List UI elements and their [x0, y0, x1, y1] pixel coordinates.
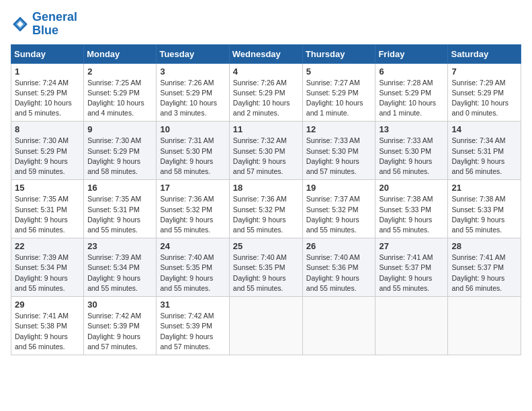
day-info: Sunrise: 7:41 AM Sunset: 5:37 PM Dayligh… [451, 253, 517, 293]
day-info: Sunrise: 7:35 AM Sunset: 5:31 PM Dayligh… [15, 194, 80, 235]
day-number: 20 [379, 183, 444, 193]
day-info: Sunrise: 7:40 AM Sunset: 5:35 PM Dayligh… [233, 253, 299, 293]
weekday-header-friday: Friday [375, 44, 448, 63]
day-info: Sunrise: 7:28 AM Sunset: 5:29 PM Dayligh… [379, 78, 444, 119]
calendar-header-row: SundayMondayTuesdayWednesdayThursdayFrid… [11, 44, 521, 63]
day-info: Sunrise: 7:35 AM Sunset: 5:31 PM Dayligh… [87, 194, 152, 235]
calendar-cell: 21 Sunrise: 7:38 AM Sunset: 5:33 PM Dayl… [448, 180, 521, 238]
calendar-cell: 23 Sunrise: 7:39 AM Sunset: 5:34 PM Dayl… [84, 238, 157, 297]
day-number: 21 [451, 183, 517, 193]
calendar-cell: 19 Sunrise: 7:37 AM Sunset: 5:32 PM Dayl… [302, 180, 375, 238]
day-number: 22 [15, 241, 80, 251]
page-header: General Blue [11, 11, 521, 38]
day-number: 11 [233, 124, 299, 134]
day-number: 26 [306, 241, 372, 251]
calendar-week-4: 22 Sunrise: 7:39 AM Sunset: 5:34 PM Dayl… [11, 238, 521, 297]
calendar-cell: 1 Sunrise: 7:24 AM Sunset: 5:29 PM Dayli… [11, 63, 84, 122]
day-info: Sunrise: 7:42 AM Sunset: 5:39 PM Dayligh… [160, 311, 225, 352]
calendar-cell: 2 Sunrise: 7:25 AM Sunset: 5:29 PM Dayli… [84, 63, 157, 122]
calendar-cell: 13 Sunrise: 7:33 AM Sunset: 5:30 PM Dayl… [375, 122, 448, 180]
day-number: 9 [87, 124, 152, 134]
calendar-cell: 27 Sunrise: 7:41 AM Sunset: 5:37 PM Dayl… [375, 238, 448, 297]
calendar-cell: 18 Sunrise: 7:36 AM Sunset: 5:32 PM Dayl… [229, 180, 302, 238]
day-number: 28 [451, 241, 517, 251]
day-number: 27 [379, 241, 444, 251]
weekday-header-saturday: Saturday [448, 44, 521, 63]
day-info: Sunrise: 7:39 AM Sunset: 5:34 PM Dayligh… [15, 253, 80, 293]
calendar-cell: 4 Sunrise: 7:26 AM Sunset: 5:29 PM Dayli… [229, 63, 302, 122]
day-number: 30 [87, 300, 152, 310]
day-info: Sunrise: 7:39 AM Sunset: 5:34 PM Dayligh… [87, 253, 152, 293]
calendar-cell: 12 Sunrise: 7:33 AM Sunset: 5:30 PM Dayl… [302, 122, 375, 180]
day-number: 7 [451, 66, 517, 77]
calendar-cell: 31 Sunrise: 7:42 AM Sunset: 5:39 PM Dayl… [157, 297, 229, 355]
day-info: Sunrise: 7:40 AM Sunset: 5:35 PM Dayligh… [160, 253, 225, 293]
calendar-cell: 14 Sunrise: 7:34 AM Sunset: 5:31 PM Dayl… [448, 122, 521, 180]
day-info: Sunrise: 7:26 AM Sunset: 5:29 PM Dayligh… [160, 78, 225, 119]
day-info: Sunrise: 7:42 AM Sunset: 5:39 PM Dayligh… [87, 311, 152, 352]
calendar-cell: 28 Sunrise: 7:41 AM Sunset: 5:37 PM Dayl… [448, 238, 521, 297]
day-number: 8 [15, 124, 80, 134]
calendar-cell: 17 Sunrise: 7:36 AM Sunset: 5:32 PM Dayl… [157, 180, 229, 238]
day-info: Sunrise: 7:36 AM Sunset: 5:32 PM Dayligh… [160, 194, 225, 235]
day-info: Sunrise: 7:30 AM Sunset: 5:29 PM Dayligh… [87, 136, 152, 177]
day-number: 1 [15, 66, 80, 77]
calendar-cell: 7 Sunrise: 7:29 AM Sunset: 5:29 PM Dayli… [448, 63, 521, 122]
calendar-week-3: 15 Sunrise: 7:35 AM Sunset: 5:31 PM Dayl… [11, 180, 521, 238]
day-info: Sunrise: 7:24 AM Sunset: 5:29 PM Dayligh… [15, 78, 80, 119]
calendar-cell: 29 Sunrise: 7:41 AM Sunset: 5:38 PM Dayl… [11, 297, 84, 355]
logo: General Blue [11, 11, 77, 38]
day-info: Sunrise: 7:34 AM Sunset: 5:31 PM Dayligh… [451, 136, 517, 177]
calendar-cell: 22 Sunrise: 7:39 AM Sunset: 5:34 PM Dayl… [11, 238, 84, 297]
day-number: 10 [160, 124, 225, 134]
weekday-header-wednesday: Wednesday [229, 44, 302, 63]
day-info: Sunrise: 7:31 AM Sunset: 5:30 PM Dayligh… [160, 136, 225, 177]
calendar-cell: 11 Sunrise: 7:32 AM Sunset: 5:30 PM Dayl… [229, 122, 302, 180]
calendar-cell: 8 Sunrise: 7:30 AM Sunset: 5:29 PM Dayli… [11, 122, 84, 180]
day-info: Sunrise: 7:25 AM Sunset: 5:29 PM Dayligh… [87, 78, 152, 119]
day-info: Sunrise: 7:40 AM Sunset: 5:36 PM Dayligh… [306, 253, 372, 293]
day-number: 19 [306, 183, 372, 193]
day-info: Sunrise: 7:27 AM Sunset: 5:29 PM Dayligh… [306, 78, 372, 119]
day-number: 14 [451, 124, 517, 134]
day-info: Sunrise: 7:33 AM Sunset: 5:30 PM Dayligh… [306, 136, 372, 177]
calendar-cell: 3 Sunrise: 7:26 AM Sunset: 5:29 PM Dayli… [157, 63, 229, 122]
day-number: 15 [15, 183, 80, 193]
calendar-cell: 24 Sunrise: 7:40 AM Sunset: 5:35 PM Dayl… [157, 238, 229, 297]
weekday-header-tuesday: Tuesday [157, 44, 229, 63]
day-info: Sunrise: 7:41 AM Sunset: 5:37 PM Dayligh… [379, 253, 444, 293]
calendar-cell: 10 Sunrise: 7:31 AM Sunset: 5:30 PM Dayl… [157, 122, 229, 180]
day-number: 12 [306, 124, 372, 134]
logo-icon [11, 15, 30, 34]
day-number: 31 [160, 300, 225, 310]
day-info: Sunrise: 7:37 AM Sunset: 5:32 PM Dayligh… [306, 194, 372, 235]
day-info: Sunrise: 7:41 AM Sunset: 5:38 PM Dayligh… [15, 311, 80, 352]
day-info: Sunrise: 7:38 AM Sunset: 5:33 PM Dayligh… [379, 194, 444, 235]
weekday-header-sunday: Sunday [11, 44, 84, 63]
day-info: Sunrise: 7:26 AM Sunset: 5:29 PM Dayligh… [233, 78, 299, 119]
day-number: 3 [160, 66, 225, 77]
day-number: 23 [87, 241, 152, 251]
day-number: 13 [379, 124, 444, 134]
calendar-week-5: 29 Sunrise: 7:41 AM Sunset: 5:38 PM Dayl… [11, 297, 521, 355]
calendar-cell [229, 297, 302, 355]
calendar-cell: 30 Sunrise: 7:42 AM Sunset: 5:39 PM Dayl… [84, 297, 157, 355]
day-number: 5 [306, 66, 372, 77]
calendar-week-1: 1 Sunrise: 7:24 AM Sunset: 5:29 PM Dayli… [11, 63, 521, 122]
day-number: 25 [233, 241, 299, 251]
day-info: Sunrise: 7:32 AM Sunset: 5:30 PM Dayligh… [233, 136, 299, 177]
calendar-cell: 15 Sunrise: 7:35 AM Sunset: 5:31 PM Dayl… [11, 180, 84, 238]
weekday-header-thursday: Thursday [302, 44, 375, 63]
calendar-cell [302, 297, 375, 355]
calendar-cell: 6 Sunrise: 7:28 AM Sunset: 5:29 PM Dayli… [375, 63, 448, 122]
calendar-week-2: 8 Sunrise: 7:30 AM Sunset: 5:29 PM Dayli… [11, 122, 521, 180]
day-number: 24 [160, 241, 225, 251]
calendar-cell [375, 297, 448, 355]
calendar-cell: 9 Sunrise: 7:30 AM Sunset: 5:29 PM Dayli… [84, 122, 157, 180]
day-number: 17 [160, 183, 225, 193]
day-info: Sunrise: 7:30 AM Sunset: 5:29 PM Dayligh… [15, 136, 80, 177]
calendar-cell: 20 Sunrise: 7:38 AM Sunset: 5:33 PM Dayl… [375, 180, 448, 238]
weekday-header-monday: Monday [84, 44, 157, 63]
calendar-cell: 16 Sunrise: 7:35 AM Sunset: 5:31 PM Dayl… [84, 180, 157, 238]
day-number: 16 [87, 183, 152, 193]
